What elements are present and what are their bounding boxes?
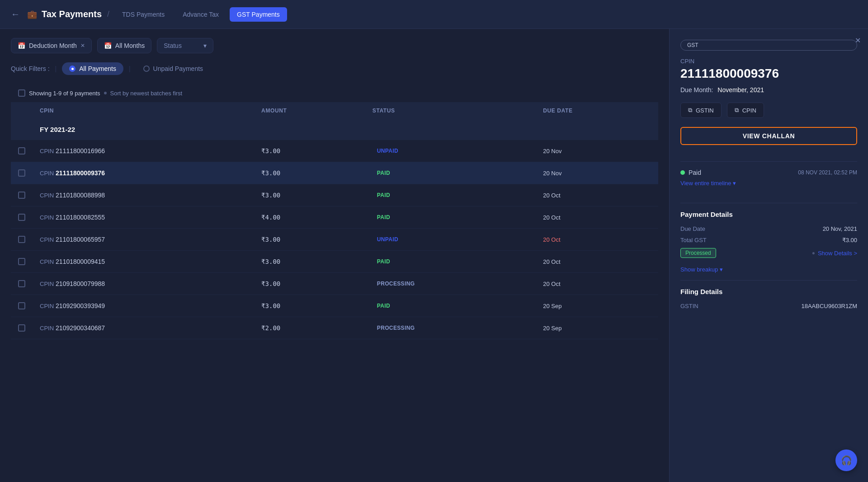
cpin-label: CPIN: [742, 107, 756, 114]
due-month-value: November, 2021: [717, 86, 764, 94]
support-chat-button[interactable]: 🎧: [835, 449, 857, 471]
main-layout: 📅 Deduction Month ✕ 📅 All Months Status …: [0, 29, 868, 482]
row-checkbox[interactable]: [18, 324, 25, 332]
amount-cell: ₹3.00: [254, 295, 365, 317]
back-button[interactable]: ←: [11, 9, 20, 19]
table-row[interactable]: CPIN21091800079988₹3.00PROCESSING20 Oct: [11, 273, 658, 295]
due-date-cell: 20 Nov: [536, 140, 658, 162]
left-panel: 📅 Deduction Month ✕ 📅 All Months Status …: [0, 29, 669, 482]
row-checkbox[interactable]: [18, 147, 25, 154]
row-checkbox[interactable]: [18, 236, 25, 243]
nav-tab-gst[interactable]: GST Payments: [230, 7, 287, 22]
show-details-link[interactable]: Show Details >: [818, 250, 857, 257]
view-challan-button[interactable]: VIEW CHALLAN: [680, 127, 857, 145]
rp-actions: ⧉ GSTIN ⧉ CPIN: [680, 103, 857, 118]
close-button[interactable]: ✕: [855, 36, 861, 45]
th-checkbox: [11, 102, 33, 119]
table-row[interactable]: CPIN21092900340687₹2.00PROCESSING20 Sep: [11, 317, 658, 339]
payment-details-title: Payment Details: [680, 211, 857, 218]
cpin-cell: CPIN21092900393949: [33, 295, 254, 317]
dot-sep: [104, 92, 107, 94]
table-row[interactable]: CPIN21111800016966₹3.00UNPAID20 Nov: [11, 140, 658, 162]
gstin-button[interactable]: ⧉ GSTIN: [680, 103, 722, 118]
cpin-cell: CPIN21101800088998: [33, 184, 254, 206]
divider3: [680, 280, 857, 281]
status-cell: PAID: [365, 206, 536, 229]
amount-cell: ₹3.00: [254, 273, 365, 295]
status-cell: PAID: [365, 251, 536, 273]
total-gst-value: ₹3.00: [842, 237, 857, 243]
amount-cell: ₹2.00: [254, 317, 365, 339]
gstin-filing-value: 18AABCU9603R1ZM: [801, 303, 857, 309]
deduction-month-label: Deduction Month: [29, 42, 77, 49]
calendar-icon2: 📅: [104, 42, 112, 49]
status-cell: PROCESSING: [365, 317, 536, 339]
table-row[interactable]: CPIN21111800009376₹3.00PAID20 Nov: [11, 162, 658, 184]
row-checkbox[interactable]: [18, 192, 25, 199]
nav-tab-tds[interactable]: TDS Payments: [115, 7, 172, 22]
all-payments-label: All Payments: [79, 65, 116, 72]
showing-count: Showing 1-9 of 9 payments: [29, 90, 100, 97]
view-timeline-link[interactable]: View entire timeline ▾: [680, 180, 857, 187]
sort-info[interactable]: Sort by newest batches first: [110, 90, 183, 97]
th-due-date: DUE DATE: [536, 102, 658, 119]
processed-row: Processed ● Show Details >: [680, 248, 857, 258]
clear-deduction-month[interactable]: ✕: [80, 42, 85, 49]
status-filter[interactable]: Status ▾: [157, 38, 213, 53]
amount-cell: ₹3.00: [254, 140, 365, 162]
separator1: |: [55, 65, 57, 72]
table-row[interactable]: CPIN21101800082555₹4.00PAID20 Oct: [11, 206, 658, 229]
headset-icon: 🎧: [841, 455, 852, 466]
amount-cell: ₹4.00: [254, 206, 365, 229]
cpin-cell: CPIN21111800016966: [33, 140, 254, 162]
row-checkbox[interactable]: [18, 214, 25, 221]
all-payments-filter[interactable]: All Payments: [62, 62, 123, 75]
all-months-label: All Months: [115, 42, 145, 49]
due-month-label: Due Month:: [680, 86, 713, 94]
gstin-label: GSTIN: [696, 107, 714, 114]
separator2: |: [129, 65, 131, 72]
select-all-checkbox[interactable]: [18, 89, 25, 97]
chevron-down-icon2: ▾: [733, 180, 736, 187]
view-challan-label: VIEW CHALLAN: [743, 132, 795, 140]
table-row[interactable]: CPIN21092900393949₹3.00PAID20 Sep: [11, 295, 658, 317]
row-checkbox[interactable]: [18, 280, 25, 287]
table-row[interactable]: CPIN21101800009415₹3.00PAID20 Oct: [11, 251, 658, 273]
row-checkbox[interactable]: [18, 169, 25, 177]
view-timeline-label: View entire timeline: [680, 180, 731, 187]
cpin-button[interactable]: ⧉ CPIN: [727, 103, 764, 118]
separator: /: [107, 9, 109, 19]
status-label: Status: [164, 42, 182, 49]
unpaid-payments-label: Unpaid Payments: [153, 65, 203, 72]
filters-row: 📅 Deduction Month ✕ 📅 All Months Status …: [11, 38, 658, 53]
copy-icon2: ⧉: [735, 107, 739, 114]
row-checkbox[interactable]: [18, 302, 25, 309]
row-checkbox[interactable]: [18, 258, 25, 265]
deduction-month-filter[interactable]: 📅 Deduction Month ✕: [11, 38, 92, 53]
header: ← 💼 Tax Payments / TDS PaymentsAdvance T…: [0, 0, 868, 29]
timeline-date: 08 NOV 2021, 02:52 PM: [798, 169, 857, 176]
due-date-cell: 20 Oct: [536, 184, 658, 206]
show-breakup-link[interactable]: Show breakup ▾: [680, 266, 857, 273]
cpin-text: CPIN: [680, 58, 694, 65]
unpaid-payments-filter[interactable]: Unpaid Payments: [136, 62, 211, 75]
th-status: STATUS: [365, 102, 536, 119]
fy-group-header: FY 2021-22: [11, 119, 658, 140]
amount-cell: ₹3.00: [254, 229, 365, 251]
due-date-label: Due Date: [680, 225, 705, 232]
table-row[interactable]: CPIN21101800088998₹3.00PAID20 Oct: [11, 184, 658, 206]
cpin-cell: CPIN21101800009415: [33, 251, 254, 273]
cpin-cell: CPIN21092900340687: [33, 317, 254, 339]
sort-text: Sort by newest batches first: [110, 90, 183, 97]
total-gst-label: Total GST: [680, 237, 707, 243]
all-months-filter[interactable]: 📅 All Months: [97, 38, 151, 53]
table-row[interactable]: CPIN21101800065957₹3.00UNPAID20 Oct: [11, 229, 658, 251]
paid-dot-icon: [680, 170, 685, 175]
due-date-cell: 20 Nov: [536, 162, 658, 184]
due-date-cell: 20 Oct: [536, 206, 658, 229]
th-cpin: CPIN: [33, 102, 254, 119]
paid-status: Paid: [680, 169, 701, 176]
nav-tab-advance[interactable]: Advance Tax: [175, 7, 226, 22]
status-cell: PAID: [365, 184, 536, 206]
bullet-sep: ●: [812, 250, 815, 256]
